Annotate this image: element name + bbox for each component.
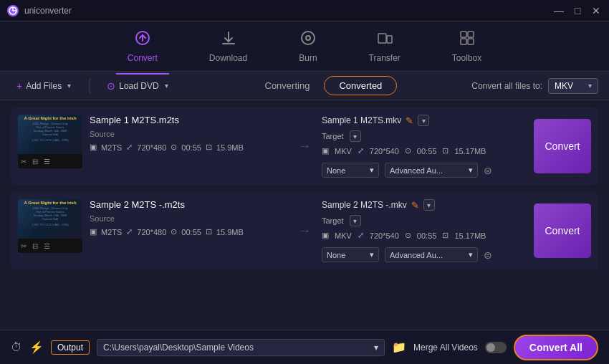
file-thumbnail-1: A Great Night for the Irish £300 Pledge … bbox=[18, 115, 82, 168]
dvd-icon: ⊙ bbox=[107, 80, 115, 92]
target-meta-1: Target ▾ ▣ MKV ⤢ 720*540 ⊙ 00:55 ⊡ 15.17… bbox=[322, 130, 519, 178]
svg-point-2 bbox=[302, 32, 315, 44]
app-logo bbox=[7, 5, 19, 16]
output-label: Output bbox=[51, 340, 90, 355]
audio-chevron-1: ▾ bbox=[469, 166, 473, 175]
target-section-1: Sample 1 M2TS.mkv ✎ ▾ Target ▾ ▣ MKV ⤢ 7… bbox=[322, 115, 519, 178]
crop-icon[interactable]: ⊟ bbox=[32, 158, 38, 166]
convert-button-1[interactable]: Convert bbox=[534, 119, 591, 173]
edit-icon-1[interactable]: ✎ bbox=[406, 115, 413, 126]
resize-icon-t2: ⤢ bbox=[358, 231, 364, 240]
source-block-1: Source ▣ M2TS ⤢ 720*480 ⊙ 00:55 ⊡ 15.9MB bbox=[90, 130, 287, 152]
film-icon-2: ▣ bbox=[90, 227, 97, 236]
scissors-icon-2[interactable]: ✂ bbox=[21, 242, 27, 250]
expand-btn-2[interactable]: ▾ bbox=[423, 199, 435, 211]
target-size-1: 15.17MB bbox=[454, 147, 486, 155]
add-files-button[interactable]: + Add Files ▾ bbox=[11, 77, 79, 95]
size-icon-1: ⊡ bbox=[206, 143, 212, 152]
nav-item-toolbox[interactable]: Toolbox bbox=[441, 24, 493, 69]
target-meta-row-2: Target ▾ bbox=[322, 215, 519, 226]
path-chevron-icon: ▾ bbox=[374, 343, 378, 353]
format-value: MKV bbox=[555, 81, 573, 91]
target-resolution-1: 720*540 bbox=[370, 147, 399, 155]
svg-rect-8 bbox=[461, 39, 466, 44]
source-meta-2: ▣ M2TS ⤢ 720*480 ⊙ 00:55 ⊡ 15.9MB bbox=[90, 227, 287, 236]
clock-icon-2: ⊙ bbox=[171, 227, 177, 236]
tab-converted[interactable]: Converted bbox=[324, 76, 397, 95]
load-dvd-caret[interactable]: ▾ bbox=[163, 82, 171, 90]
target-label-1: Target bbox=[322, 132, 344, 140]
nav-item-download[interactable]: Download bbox=[198, 24, 259, 69]
convert-button-2[interactable]: Convert bbox=[534, 203, 591, 258]
source-size-2: 15.9MB bbox=[216, 228, 244, 236]
expand-btn-1[interactable]: ▾ bbox=[418, 115, 429, 126]
target-expand-1[interactable]: ▾ bbox=[350, 130, 361, 142]
thumbnail-image-1: A Great Night for the Irish £300 Pledge … bbox=[18, 115, 82, 154]
file-thumbnail-2: A Great Night for the Irish £300 Pledge … bbox=[18, 199, 82, 253]
source-duration-1: 00:55 bbox=[181, 143, 201, 152]
size-icon-t1: ⊡ bbox=[442, 146, 449, 155]
svg-rect-5 bbox=[387, 36, 392, 43]
crop-icon-2[interactable]: ⊟ bbox=[32, 242, 38, 250]
file-info-2: Sample 2 M2TS -.m2ts Source ▣ M2TS ⤢ 720… bbox=[90, 199, 287, 236]
audio-dropdown-2[interactable]: Advanced Au... ▾ bbox=[385, 247, 478, 262]
output-path[interactable]: C:\Users\payal\Desktop\Sample Videos ▾ bbox=[97, 339, 385, 356]
burn-nav-icon bbox=[299, 29, 317, 50]
minimize-button[interactable]: — bbox=[553, 5, 565, 16]
target-section-2: Sample 2 M2TS -.mkv ✎ ▾ Target ▾ ▣ MKV ⤢… bbox=[322, 199, 519, 262]
equalizer-icon-1[interactable]: ⊜ bbox=[484, 165, 492, 176]
subtitle-dropdown-1[interactable]: None ▾ bbox=[322, 163, 379, 178]
folder-icon[interactable]: 📁 bbox=[392, 340, 406, 354]
scissors-icon[interactable]: ✂ bbox=[21, 158, 27, 166]
target-meta-row-1: Target ▾ bbox=[322, 130, 519, 142]
nav-item-transfer[interactable]: Transfer bbox=[358, 24, 412, 69]
target-size-2: 15.17MB bbox=[454, 231, 486, 240]
file-item: A Great Night for the Irish £300 Pledge … bbox=[11, 107, 598, 185]
toolbox-nav-icon bbox=[459, 29, 476, 50]
edit-icon-2[interactable]: ✎ bbox=[411, 200, 419, 211]
subtitle-value-2: None bbox=[327, 251, 345, 259]
film-icon-t2: ▣ bbox=[322, 231, 329, 240]
resize-icon-2: ⤢ bbox=[126, 227, 133, 236]
svg-point-3 bbox=[306, 36, 310, 40]
target-expand-2[interactable]: ▾ bbox=[350, 215, 361, 226]
target-meta-formats-1: ▣ MKV ⤢ 720*540 ⊙ 00:55 ⊡ 15.17MB bbox=[322, 146, 519, 155]
settings-icon-2[interactable]: ☰ bbox=[44, 242, 50, 250]
nav-item-convert[interactable]: Convert bbox=[116, 24, 169, 69]
svg-rect-4 bbox=[378, 34, 386, 43]
file-info-1: Sample 1 M2TS.m2ts Source ▣ M2TS ⤢ 720*4… bbox=[90, 115, 287, 152]
target-name-1: Sample 1 M2TS.mkv ✎ ▾ bbox=[322, 115, 519, 126]
thumbnail-controls-2: ✂ ⊟ ☰ bbox=[18, 239, 82, 253]
resize-icon-t1: ⤢ bbox=[358, 146, 364, 155]
thumbnail-image-2: A Great Night for the Irish £300 Pledge … bbox=[18, 199, 82, 239]
source-resolution-2: 720*480 bbox=[137, 228, 166, 236]
format-selector[interactable]: MKV ▾ bbox=[548, 78, 598, 94]
subtitle-dropdown-2[interactable]: None ▾ bbox=[322, 247, 379, 262]
svg-rect-7 bbox=[468, 32, 474, 37]
add-files-caret[interactable]: ▾ bbox=[65, 82, 73, 90]
lightning-icon[interactable]: ⚡ bbox=[29, 340, 44, 354]
source-label-2: Source bbox=[90, 214, 287, 223]
resize-icon-1: ⤢ bbox=[126, 143, 133, 152]
title-bar-left: uniconverter bbox=[7, 5, 72, 16]
toolbar: + Add Files ▾ ⊙ Load DVD ▾ Converting Co… bbox=[0, 72, 609, 100]
size-icon-t2: ⊡ bbox=[442, 231, 449, 240]
target-format-2: MKV bbox=[335, 231, 352, 240]
film-icon-t1: ▣ bbox=[322, 146, 329, 155]
merge-label: Merge All Videos bbox=[413, 343, 478, 353]
audio-dropdown-1[interactable]: Advanced Au... ▾ bbox=[385, 163, 478, 178]
equalizer-icon-2[interactable]: ⊜ bbox=[484, 249, 492, 261]
merge-toggle[interactable] bbox=[485, 342, 507, 353]
target-resolution-2: 720*540 bbox=[370, 231, 399, 240]
close-button[interactable]: ✕ bbox=[590, 5, 602, 16]
settings-icon[interactable]: ☰ bbox=[44, 158, 50, 166]
tab-converting[interactable]: Converting bbox=[251, 76, 325, 95]
convert-all-button[interactable]: Convert All bbox=[514, 335, 598, 360]
thumbnail-controls-1: ✂ ⊟ ☰ bbox=[18, 154, 82, 168]
download-nav-icon bbox=[220, 29, 237, 50]
load-dvd-button[interactable]: ⊙ Load DVD ▾ bbox=[101, 77, 176, 95]
nav-item-burn[interactable]: Burn bbox=[287, 24, 328, 69]
toolbar-right: Convert all files to: MKV ▾ bbox=[471, 78, 598, 94]
history-icon[interactable]: ⏱ bbox=[11, 341, 22, 354]
maximize-button[interactable]: □ bbox=[572, 5, 583, 16]
